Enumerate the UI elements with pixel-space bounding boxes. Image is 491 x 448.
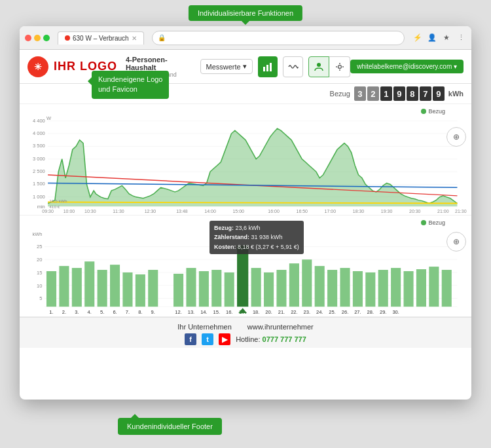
bezug-section: Bezug 3219879 kWh bbox=[20, 84, 471, 104]
svg-text:16.: 16. bbox=[226, 309, 232, 315]
svg-rect-67 bbox=[225, 272, 234, 307]
messwerte-label: Messwerte bbox=[206, 63, 241, 71]
svg-rect-77 bbox=[340, 268, 350, 307]
svg-text:19:30: 19:30 bbox=[381, 209, 393, 213]
chart1-nav-compass[interactable]: ⊕ bbox=[446, 127, 466, 147]
svg-text:3 000: 3 000 bbox=[33, 157, 45, 162]
minimize-window-button[interactable] bbox=[34, 35, 41, 41]
tab-close-button[interactable]: ✕ bbox=[132, 35, 137, 42]
legend-bezug-label: Bezug bbox=[428, 108, 445, 115]
svg-rect-71 bbox=[264, 272, 274, 307]
youtube-icon[interactable]: ▶ bbox=[219, 333, 230, 345]
browser-tab[interactable]: 630 W – Verbrauch ✕ bbox=[58, 31, 144, 45]
household-label: 4-Personen-Haushalt bbox=[126, 56, 195, 71]
svg-text:20.: 20. bbox=[265, 309, 272, 315]
svg-text:15: 15 bbox=[37, 270, 42, 276]
svg-text:12.: 12. bbox=[175, 309, 181, 315]
svg-text:23.: 23. bbox=[304, 309, 310, 315]
svg-text:14:00: 14:00 bbox=[204, 209, 216, 213]
wave-button[interactable] bbox=[283, 56, 303, 77]
messwerte-button[interactable]: Messwerte ▾ bbox=[200, 59, 253, 74]
svg-text:7.: 7. bbox=[126, 309, 130, 315]
svg-text:09:30: 09:30 bbox=[42, 209, 54, 213]
svg-rect-2 bbox=[270, 63, 272, 71]
svg-text:8.: 8. bbox=[138, 309, 142, 315]
address-bar[interactable]: 🔒 bbox=[152, 31, 405, 45]
svg-text:17.: 17. bbox=[239, 309, 246, 315]
bubble-logo-line1: Kundeneigene Logo bbox=[98, 75, 162, 83]
svg-text:2.: 2. bbox=[62, 309, 66, 315]
svg-text:20: 20 bbox=[37, 257, 42, 263]
bezug-counter: 3219879 bbox=[354, 86, 445, 101]
counter-digit-5: 7 bbox=[420, 86, 431, 101]
footer-company-name: Ihr Unternehmen bbox=[177, 323, 232, 331]
bookmark-icon[interactable]: ★ bbox=[441, 33, 452, 43]
footer-social-row: f t ▶ Hotline: 0777 777 777 bbox=[20, 333, 471, 345]
svg-text:12:30: 12:30 bbox=[145, 209, 156, 213]
counter-digit-1: 2 bbox=[367, 86, 379, 101]
settings-icon-button[interactable] bbox=[329, 56, 350, 77]
svg-text:29.: 29. bbox=[380, 309, 386, 315]
facebook-icon[interactable]: f bbox=[185, 333, 196, 345]
bubble-footer-info: Kundenindividueller Footer bbox=[118, 418, 222, 435]
footer-website: www.ihrunternehmer bbox=[247, 323, 314, 331]
svg-text:4.: 4. bbox=[88, 309, 92, 315]
svg-text:1 500: 1 500 bbox=[33, 182, 45, 187]
person-icon-button[interactable] bbox=[308, 56, 329, 77]
svg-text:5: 5 bbox=[39, 296, 42, 302]
footer-company-info: Ihr Unternehmen www.ihrunternehmer bbox=[20, 323, 471, 331]
svg-rect-73 bbox=[289, 263, 299, 307]
legend2-bezug-label: Bezug bbox=[428, 219, 445, 226]
logo-icon: ✳ bbox=[27, 56, 48, 77]
bezug-label: Bezug bbox=[330, 90, 350, 98]
svg-text:13.: 13. bbox=[188, 309, 194, 315]
svg-rect-60 bbox=[122, 272, 132, 307]
svg-rect-65 bbox=[199, 271, 209, 307]
svg-text:18.: 18. bbox=[253, 309, 259, 315]
svg-rect-72 bbox=[276, 270, 286, 307]
svg-text:16:00: 16:00 bbox=[268, 209, 280, 213]
chart2-nav-compass[interactable]: ⊕ bbox=[446, 232, 466, 252]
line-chart-svg: 4 400 4 000 3 500 3 000 2 500 1 500 1 00… bbox=[20, 115, 471, 213]
svg-rect-66 bbox=[211, 270, 221, 307]
tab-title: 630 W – Verbrauch bbox=[73, 35, 129, 42]
svg-text:14.: 14. bbox=[200, 309, 207, 315]
svg-text:3.: 3. bbox=[75, 309, 79, 315]
svg-rect-68 bbox=[237, 246, 248, 307]
email-account-button[interactable]: whitelabelkerne@idiscovery.com ▾ bbox=[350, 60, 464, 73]
svg-text:6.: 6. bbox=[113, 309, 117, 315]
chart1-legend: Bezug bbox=[20, 107, 471, 115]
svg-text:21:00: 21:00 bbox=[437, 209, 449, 213]
svg-rect-57 bbox=[84, 261, 94, 307]
svg-text:9.: 9. bbox=[151, 309, 155, 315]
svg-text:4 000: 4 000 bbox=[33, 131, 45, 136]
svg-rect-54 bbox=[46, 271, 56, 307]
svg-rect-62 bbox=[148, 270, 158, 307]
svg-rect-64 bbox=[186, 268, 196, 307]
legend2-bezug: Bezug bbox=[421, 219, 445, 226]
svg-rect-1 bbox=[266, 65, 268, 71]
svg-text:25.: 25. bbox=[329, 309, 335, 315]
svg-rect-75 bbox=[315, 266, 325, 307]
svg-text:11:30: 11:30 bbox=[113, 209, 124, 213]
svg-rect-83 bbox=[416, 269, 426, 307]
twitter-icon[interactable]: t bbox=[202, 333, 213, 345]
profile-icon[interactable]: 👤 bbox=[427, 33, 437, 43]
browser-action-buttons: ⚡ 👤 ★ ⋮ bbox=[412, 33, 466, 43]
chart-bar-button[interactable] bbox=[258, 56, 278, 77]
svg-rect-58 bbox=[98, 270, 107, 307]
maximize-window-button[interactable] bbox=[43, 35, 50, 41]
messwerte-chevron: ▾ bbox=[243, 62, 247, 71]
svg-text:21.: 21. bbox=[278, 309, 285, 315]
menu-icon[interactable]: ⋮ bbox=[456, 33, 466, 43]
footer-hotline-label: Hotline: 0777 777 777 bbox=[236, 335, 306, 343]
svg-text:16:50: 16:50 bbox=[297, 209, 308, 213]
app-footer: Ihr Unternehmen www.ihrunternehmer f t ▶… bbox=[20, 317, 471, 348]
svg-text:410 €: 410 € bbox=[49, 205, 60, 210]
svg-text:10:00: 10:00 bbox=[64, 209, 75, 213]
close-window-button[interactable] bbox=[25, 35, 31, 41]
legend2-bezug-dot bbox=[421, 220, 426, 225]
svg-rect-63 bbox=[173, 274, 183, 307]
extensions-icon[interactable]: ⚡ bbox=[412, 33, 423, 43]
svg-text:15:00: 15:00 bbox=[232, 209, 244, 213]
